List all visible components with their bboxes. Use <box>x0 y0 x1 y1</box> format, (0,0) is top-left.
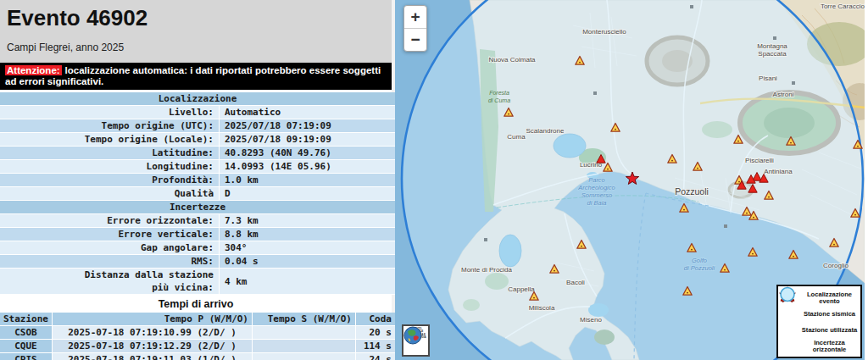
event-subtitle: Campi Flegrei, anno 2025 <box>7 42 392 53</box>
localizzazione-row: Longitudine:14.0993 (14E 05.96) <box>0 160 395 174</box>
legend-item: Stazione utilizzata <box>780 322 859 338</box>
legend-label: Incertezza orizzontale <box>800 340 859 353</box>
arrival-cell-coda: 20 s <box>356 326 395 340</box>
place-label: Torre Caracciolo <box>821 3 865 10</box>
triangle-dot <box>833 244 835 246</box>
legend-label: Localizzazione evento <box>800 291 859 305</box>
triangle-dot <box>738 181 740 183</box>
place-label: Monterusciello <box>582 28 626 36</box>
field-value: 40.8293 (40N 49.76) <box>220 147 395 160</box>
field-label: Errore verticale: <box>0 228 220 241</box>
ingv-logo: ISTITUTO NAZIONALE DI GEOFISICA E VULCAN… <box>402 324 430 357</box>
field-value: 4 km <box>220 269 395 295</box>
event-detail-panel: Evento 46902 Campi Flegrei, anno 2025 At… <box>0 0 395 360</box>
field-value: D <box>220 187 395 201</box>
field-label: Longitudine: <box>0 160 220 174</box>
triangle-dot <box>554 270 555 272</box>
field-value: 8.8 km <box>220 228 395 241</box>
ingv-globe-icon <box>403 326 422 345</box>
field-value: 1.0 km <box>220 174 395 187</box>
triangle-dot <box>533 297 535 299</box>
map-legend: Localizzazione eventoStazione sismicaSta… <box>776 285 862 358</box>
field-value: 7.3 km <box>220 214 395 228</box>
field-value: 0.04 s <box>220 255 395 269</box>
place-label: Cuma <box>507 133 526 141</box>
incertezze-row: Errore verticale:8.8 km <box>0 228 395 241</box>
arrival-row: CSOB2025-07-18 07:19:10.99 (2/D/ ) 20 s <box>0 326 395 340</box>
arrival-cell-staz: CPIS <box>0 353 53 360</box>
triangle-dot <box>790 142 792 144</box>
localizzazione-row: Livello:Automatico <box>0 106 395 119</box>
field-label: Distanza dalla stazione più vicina: <box>0 269 220 295</box>
arrival-header-row: Stazione Tempo P (W/M/O) Tempo S (W/M/O)… <box>0 313 395 326</box>
field-label: RMS: <box>0 255 220 269</box>
triangle-dot <box>854 214 856 216</box>
map-zoom-control: + − <box>403 5 427 52</box>
field-value: 14.0993 (14E 05.96) <box>220 160 395 174</box>
event-page: Evento 46902 Campi Flegrei, anno 2025 At… <box>0 0 868 360</box>
zoom-out-button[interactable]: − <box>404 29 426 51</box>
field-label: Gap angolare: <box>0 241 220 255</box>
col-stazione: Stazione <box>0 313 53 326</box>
place-label: Coroglio <box>823 262 849 269</box>
col-coda: Coda <box>356 313 395 326</box>
place-label: Miliscola <box>529 304 555 312</box>
place-label: Antiniana <box>764 168 793 175</box>
arrival-cell-coda: 24 s <box>356 353 395 360</box>
arrival-cell-tp: 2025-07-18 07:19:11.03 (1/D/ ) <box>53 353 253 360</box>
triangle-dot <box>768 197 770 198</box>
place-label: Monte di Procida <box>461 266 513 274</box>
field-label: Qualità <box>0 187 220 201</box>
triangle-dot <box>724 269 726 271</box>
localizzazione-row: Tempo origine (UTC):2025/07/18 07:19:09 <box>0 119 395 133</box>
field-label: Livello: <box>0 106 220 119</box>
incertezze-row: Gap angolare:304° <box>0 241 395 255</box>
triangle-dot <box>737 141 739 142</box>
field-value: 304° <box>220 241 395 255</box>
arrival-cell-staz: CQUE <box>0 340 53 353</box>
triangle-dot <box>746 213 748 214</box>
field-label: Latitudine: <box>0 147 220 160</box>
legend-label: Stazione utilizzata <box>800 327 859 334</box>
arrival-row: CQUE2025-07-18 07:19:12.29 (2/D/ ) 114 s <box>0 340 395 353</box>
arrival-cell-ts <box>253 326 356 340</box>
field-label: Tempo origine (Locale): <box>0 133 220 147</box>
incertezze-row: Errore orizzontale:7.3 km <box>0 214 395 228</box>
localizzazione-row: QualitàD <box>0 187 395 201</box>
arrival-cell-tp: 2025-07-18 07:19:12.29 (2/D/ ) <box>53 340 253 353</box>
arrival-cell-coda: 114 s <box>356 340 395 353</box>
place-label: Bacoli <box>566 279 585 286</box>
field-value: 2025/07/18 07:19:09 <box>220 119 395 133</box>
localizzazione-header: Localizzazione <box>0 92 395 106</box>
triangle-dot <box>793 256 794 258</box>
field-label: Errore orizzontale: <box>0 214 220 228</box>
triangle-dot <box>581 246 582 247</box>
map[interactable]: MonteruscielloNuova ColmataForestadi Cum… <box>395 0 865 360</box>
triangle-dot <box>607 169 609 170</box>
arrival-times-title: Tempi di arrivo <box>0 295 392 313</box>
arrival-row: CPIS2025-07-18 07:19:11.03 (1/D/ ) 24 s <box>0 353 395 360</box>
event-tables: LocalizzazioneLivello:AutomaticoTempo or… <box>0 90 392 360</box>
triangle-dot <box>687 292 688 294</box>
col-tempo-s: Tempo S (W/M/O) <box>253 313 356 326</box>
field-value: 2025/07/18 09:19:09 <box>220 133 395 147</box>
triangle-dot <box>691 249 693 251</box>
place-label: Astroni <box>773 91 794 98</box>
warning-highlight: Attenzione: <box>5 65 62 75</box>
legend-item: Stazione sismica <box>780 306 859 322</box>
incertezze-row: RMS:0.04 s <box>0 255 395 269</box>
place-label: Nuova Colmata <box>488 56 536 64</box>
warning-banner: Attenzione:localizzazione automatica: i … <box>0 63 392 90</box>
place-label: Cappella <box>508 285 535 293</box>
arrival-times-table: Stazione Tempo P (W/M/O) Tempo S (W/M/O)… <box>0 313 395 360</box>
zoom-in-button[interactable]: + <box>404 6 426 29</box>
place-label: Scalandrone <box>526 127 565 135</box>
place-label: Pisciarelli <box>745 157 774 164</box>
localizzazione-row: Tempo origine (Locale):2025/07/18 09:19:… <box>0 133 395 147</box>
localizzazione-row: Profondità:1.0 km <box>0 174 395 187</box>
triangle-dot <box>615 129 616 130</box>
triangle-dot <box>579 62 581 64</box>
legend-item: Incertezza orizzontale <box>780 338 859 354</box>
incertezze-row: Distanza dalla stazione più vicina:4 km <box>0 269 395 295</box>
arrival-cell-staz: CSOB <box>0 326 53 340</box>
